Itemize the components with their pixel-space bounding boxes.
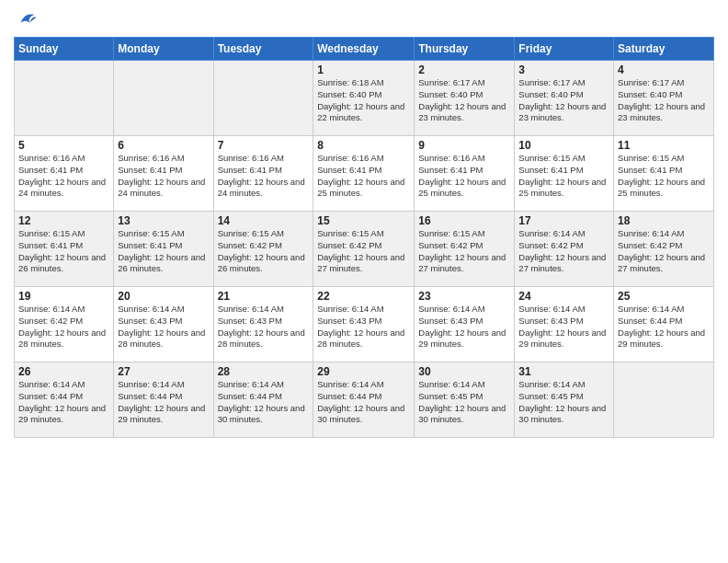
week-row-1: 1Sunrise: 6:18 AM Sunset: 6:40 PM Daylig…	[15, 61, 714, 136]
day-number: 14	[218, 214, 310, 227]
day-info: Sunrise: 6:14 AM Sunset: 6:44 PM Dayligh…	[18, 379, 109, 426]
day-number: 13	[118, 214, 209, 227]
day-cell-5: 5Sunrise: 6:16 AM Sunset: 6:41 PM Daylig…	[15, 136, 114, 212]
day-number: 7	[218, 139, 310, 152]
day-info: Sunrise: 6:15 AM Sunset: 6:41 PM Dayligh…	[118, 228, 209, 275]
day-number: 17	[518, 214, 609, 227]
day-info: Sunrise: 6:16 AM Sunset: 6:41 PM Dayligh…	[18, 153, 109, 200]
day-cell-7: 7Sunrise: 6:16 AM Sunset: 6:41 PM Daylig…	[213, 136, 313, 212]
day-cell-14: 14Sunrise: 6:15 AM Sunset: 6:42 PM Dayli…	[213, 212, 313, 287]
day-info: Sunrise: 6:17 AM Sunset: 6:40 PM Dayligh…	[618, 77, 710, 124]
calendar-container: SundayMondayTuesdayWednesdayThursdayFrid…	[0, 0, 728, 447]
day-cell-31: 31Sunrise: 6:14 AM Sunset: 6:45 PM Dayli…	[515, 362, 614, 438]
empty-cell	[114, 61, 213, 136]
header	[14, 9, 714, 29]
day-info: Sunrise: 6:14 AM Sunset: 6:43 PM Dayligh…	[218, 304, 310, 350]
day-number: 8	[317, 139, 410, 152]
day-info: Sunrise: 6:14 AM Sunset: 6:42 PM Dayligh…	[18, 304, 109, 350]
day-cell-13: 13Sunrise: 6:15 AM Sunset: 6:41 PM Dayli…	[114, 212, 213, 287]
day-cell-1: 1Sunrise: 6:18 AM Sunset: 6:40 PM Daylig…	[313, 61, 415, 136]
logo	[14, 9, 38, 29]
day-number: 27	[118, 365, 209, 378]
day-info: Sunrise: 6:14 AM Sunset: 6:43 PM Dayligh…	[518, 304, 609, 350]
day-info: Sunrise: 6:14 AM Sunset: 6:43 PM Dayligh…	[118, 304, 209, 350]
day-number: 29	[317, 365, 410, 378]
day-number: 30	[418, 365, 510, 378]
col-header-thursday: Thursday	[415, 38, 515, 61]
day-cell-17: 17Sunrise: 6:14 AM Sunset: 6:42 PM Dayli…	[515, 212, 614, 287]
day-cell-19: 19Sunrise: 6:14 AM Sunset: 6:42 PM Dayli…	[15, 287, 114, 362]
day-cell-6: 6Sunrise: 6:16 AM Sunset: 6:41 PM Daylig…	[114, 136, 213, 212]
day-info: Sunrise: 6:17 AM Sunset: 6:40 PM Dayligh…	[418, 77, 510, 124]
empty-cell	[614, 362, 714, 438]
day-number: 15	[317, 214, 410, 227]
day-cell-25: 25Sunrise: 6:14 AM Sunset: 6:44 PM Dayli…	[614, 287, 714, 362]
day-info: Sunrise: 6:14 AM Sunset: 6:42 PM Dayligh…	[618, 228, 710, 275]
day-info: Sunrise: 6:14 AM Sunset: 6:45 PM Dayligh…	[418, 379, 510, 426]
day-info: Sunrise: 6:15 AM Sunset: 6:42 PM Dayligh…	[218, 228, 310, 275]
day-cell-15: 15Sunrise: 6:15 AM Sunset: 6:42 PM Dayli…	[313, 212, 415, 287]
day-number: 5	[18, 139, 109, 152]
week-row-5: 26Sunrise: 6:14 AM Sunset: 6:44 PM Dayli…	[15, 362, 714, 438]
day-info: Sunrise: 6:15 AM Sunset: 6:41 PM Dayligh…	[18, 228, 109, 275]
day-info: Sunrise: 6:18 AM Sunset: 6:40 PM Dayligh…	[317, 77, 410, 124]
day-number: 3	[518, 63, 609, 76]
empty-cell	[15, 61, 114, 136]
day-number: 19	[18, 290, 109, 303]
day-number: 1	[317, 63, 410, 76]
day-cell-12: 12Sunrise: 6:15 AM Sunset: 6:41 PM Dayli…	[15, 212, 114, 287]
day-cell-9: 9Sunrise: 6:16 AM Sunset: 6:41 PM Daylig…	[415, 136, 515, 212]
day-number: 2	[418, 63, 510, 76]
col-header-sunday: Sunday	[15, 38, 114, 61]
day-info: Sunrise: 6:14 AM Sunset: 6:45 PM Dayligh…	[518, 379, 609, 426]
day-info: Sunrise: 6:14 AM Sunset: 6:44 PM Dayligh…	[618, 304, 710, 350]
day-number: 31	[518, 365, 609, 378]
day-cell-16: 16Sunrise: 6:15 AM Sunset: 6:42 PM Dayli…	[415, 212, 515, 287]
day-number: 21	[218, 290, 310, 303]
day-cell-11: 11Sunrise: 6:15 AM Sunset: 6:41 PM Dayli…	[614, 136, 714, 212]
calendar-table: SundayMondayTuesdayWednesdayThursdayFrid…	[14, 37, 714, 438]
day-number: 22	[317, 290, 410, 303]
empty-cell	[213, 61, 313, 136]
day-cell-27: 27Sunrise: 6:14 AM Sunset: 6:44 PM Dayli…	[114, 362, 213, 438]
day-number: 10	[518, 139, 609, 152]
day-number: 11	[618, 139, 710, 152]
col-header-wednesday: Wednesday	[313, 38, 415, 61]
day-number: 18	[618, 214, 710, 227]
day-cell-20: 20Sunrise: 6:14 AM Sunset: 6:43 PM Dayli…	[114, 287, 213, 362]
day-cell-2: 2Sunrise: 6:17 AM Sunset: 6:40 PM Daylig…	[415, 61, 515, 136]
col-header-tuesday: Tuesday	[213, 38, 313, 61]
day-cell-8: 8Sunrise: 6:16 AM Sunset: 6:41 PM Daylig…	[313, 136, 415, 212]
day-info: Sunrise: 6:14 AM Sunset: 6:43 PM Dayligh…	[418, 304, 510, 350]
day-cell-21: 21Sunrise: 6:14 AM Sunset: 6:43 PM Dayli…	[213, 287, 313, 362]
day-cell-3: 3Sunrise: 6:17 AM Sunset: 6:40 PM Daylig…	[515, 61, 614, 136]
day-cell-23: 23Sunrise: 6:14 AM Sunset: 6:43 PM Dayli…	[415, 287, 515, 362]
day-info: Sunrise: 6:16 AM Sunset: 6:41 PM Dayligh…	[118, 153, 209, 200]
day-info: Sunrise: 6:14 AM Sunset: 6:43 PM Dayligh…	[317, 304, 410, 350]
day-number: 12	[18, 214, 109, 227]
day-info: Sunrise: 6:16 AM Sunset: 6:41 PM Dayligh…	[218, 153, 310, 200]
day-cell-26: 26Sunrise: 6:14 AM Sunset: 6:44 PM Dayli…	[15, 362, 114, 438]
day-info: Sunrise: 6:15 AM Sunset: 6:42 PM Dayligh…	[317, 228, 410, 275]
logo-bird-icon	[17, 9, 38, 29]
day-info: Sunrise: 6:16 AM Sunset: 6:41 PM Dayligh…	[418, 153, 510, 200]
day-info: Sunrise: 6:14 AM Sunset: 6:42 PM Dayligh…	[518, 228, 609, 275]
day-info: Sunrise: 6:15 AM Sunset: 6:42 PM Dayligh…	[418, 228, 510, 275]
day-number: 26	[18, 365, 109, 378]
day-info: Sunrise: 6:15 AM Sunset: 6:41 PM Dayligh…	[618, 153, 710, 200]
week-row-3: 12Sunrise: 6:15 AM Sunset: 6:41 PM Dayli…	[15, 212, 714, 287]
day-cell-24: 24Sunrise: 6:14 AM Sunset: 6:43 PM Dayli…	[515, 287, 614, 362]
day-cell-10: 10Sunrise: 6:15 AM Sunset: 6:41 PM Dayli…	[515, 136, 614, 212]
day-info: Sunrise: 6:14 AM Sunset: 6:44 PM Dayligh…	[218, 379, 310, 426]
day-cell-18: 18Sunrise: 6:14 AM Sunset: 6:42 PM Dayli…	[614, 212, 714, 287]
day-cell-30: 30Sunrise: 6:14 AM Sunset: 6:45 PM Dayli…	[415, 362, 515, 438]
day-number: 6	[118, 139, 209, 152]
week-row-2: 5Sunrise: 6:16 AM Sunset: 6:41 PM Daylig…	[15, 136, 714, 212]
day-info: Sunrise: 6:14 AM Sunset: 6:44 PM Dayligh…	[317, 379, 410, 426]
day-cell-28: 28Sunrise: 6:14 AM Sunset: 6:44 PM Dayli…	[213, 362, 313, 438]
col-header-saturday: Saturday	[614, 38, 714, 61]
day-info: Sunrise: 6:16 AM Sunset: 6:41 PM Dayligh…	[317, 153, 410, 200]
day-number: 23	[418, 290, 510, 303]
day-info: Sunrise: 6:17 AM Sunset: 6:40 PM Dayligh…	[518, 77, 609, 124]
day-number: 9	[418, 139, 510, 152]
